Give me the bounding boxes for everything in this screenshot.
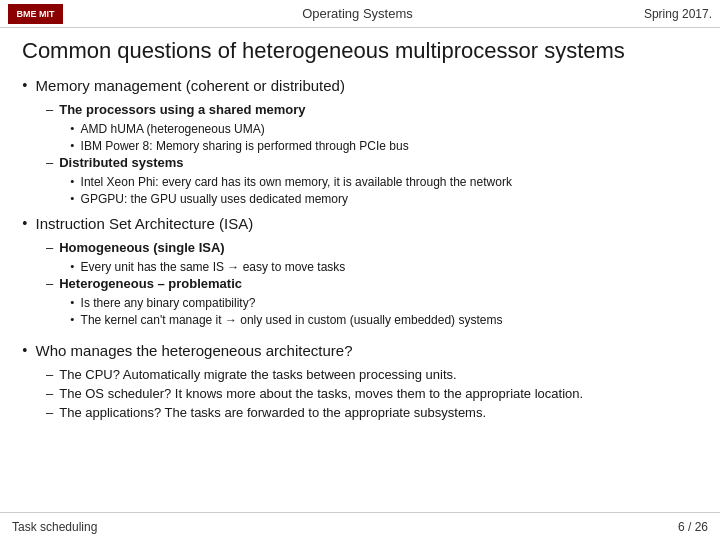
bullet-1-sub-2-item-1-text: Intel Xeon Phi: every card has its own m…: [81, 174, 512, 190]
bullet-2-sub-2-dash: –: [46, 276, 53, 291]
dot-icon: •: [70, 191, 75, 207]
bullet-1: • Memory management (coherent or distrib…: [22, 76, 698, 96]
bullet-1-dot: •: [22, 77, 28, 95]
bullet-1-sub-2-text: Distributed systems: [59, 155, 183, 172]
header-semester: Spring 2017.: [644, 7, 712, 21]
bullet-3-sub-3-dash: –: [46, 405, 53, 420]
bullet-2-sub-1-text: Homogeneous (single ISA): [59, 240, 224, 257]
bullet-3-sub-3: – The applications? The tasks are forwar…: [46, 405, 698, 422]
logo: BME MIT: [8, 4, 63, 24]
bullet-1-sub-1-item-2-text: IBM Power 8: Memory sharing is performed…: [81, 138, 409, 154]
footer-bar: Task scheduling 6 / 26: [0, 512, 720, 540]
bullet-3-text: Who manages the heterogeneous architectu…: [36, 341, 353, 361]
bullet-1-sub-1-dash: –: [46, 102, 53, 117]
dot-icon: •: [70, 121, 75, 137]
bullet-2-sub-2-text: Heterogeneous – problematic: [59, 276, 242, 293]
bullet-1-sub-2-item-1: • Intel Xeon Phi: every card has its own…: [70, 174, 698, 190]
bullet-3-dot: •: [22, 342, 28, 360]
bullet-2-text: Instruction Set Architecture (ISA): [36, 214, 254, 234]
bullet-1-sub-2-item-2-text: GPGPU: the GPU usually uses dedicated me…: [81, 191, 348, 207]
bullet-1-text: Memory management (coherent or distribut…: [36, 76, 345, 96]
dot-icon: •: [70, 295, 75, 311]
bullet-3-sub-1: – The CPU? Automatically migrate the tas…: [46, 367, 698, 384]
slide-content: Common questions of heterogeneous multip…: [0, 28, 720, 512]
bullet-1-sub-2-item-2: • GPGPU: the GPU usually uses dedicated …: [70, 191, 698, 207]
bullet-2-sub-1: – Homogeneous (single ISA): [46, 240, 698, 257]
bullet-3-sub-1-text: The CPU? Automatically migrate the tasks…: [59, 367, 456, 384]
bullet-2-sub-2: – Heterogeneous – problematic: [46, 276, 698, 293]
bullet-2-sub-1-item-1: • Every unit has the same IS → easy to m…: [70, 259, 698, 275]
bullet-2-sub-2-item-2: • The kernel can't manage it → only used…: [70, 312, 698, 328]
bullet-3-sub-2: – The OS scheduler? It knows more about …: [46, 386, 698, 403]
bullet-1-sub-1: – The processors using a shared memory: [46, 102, 698, 119]
bullet-3-sub-1-dash: –: [46, 367, 53, 382]
bullet-1-sub-2: – Distributed systems: [46, 155, 698, 172]
dot-icon: •: [70, 138, 75, 154]
bullet-2: • Instruction Set Architecture (ISA): [22, 214, 698, 234]
dot-icon: •: [70, 174, 75, 190]
bullet-2-sub-1-item-1-text: Every unit has the same IS → easy to mov…: [81, 259, 346, 275]
footer-page-number: 6 / 26: [678, 520, 708, 534]
header-title: Operating Systems: [71, 6, 644, 21]
bullet-1-sub-1-text: The processors using a shared memory: [59, 102, 305, 119]
dot-icon: •: [70, 259, 75, 275]
logo-text: BME MIT: [17, 9, 55, 19]
bullet-1-sub-1-item-2: • IBM Power 8: Memory sharing is perform…: [70, 138, 698, 154]
bullet-3: • Who manages the heterogeneous architec…: [22, 341, 698, 361]
bullet-2-sub-1-dash: –: [46, 240, 53, 255]
footer-section-label: Task scheduling: [12, 520, 97, 534]
bullet-2-dot: •: [22, 215, 28, 233]
bullet-1-sub-1-item-1-text: AMD hUMA (heterogeneous UMA): [81, 121, 265, 137]
bullet-1-sub-1-item-1: • AMD hUMA (heterogeneous UMA): [70, 121, 698, 137]
slide-title: Common questions of heterogeneous multip…: [22, 38, 698, 64]
bullet-3-sub-2-dash: –: [46, 386, 53, 401]
bullet-2-sub-2-item-2-text: The kernel can't manage it → only used i…: [81, 312, 503, 328]
bullet-2-sub-2-item-1: • Is there any binary compatibility?: [70, 295, 698, 311]
header-bar: BME MIT Operating Systems Spring 2017.: [0, 0, 720, 28]
dot-icon: •: [70, 312, 75, 328]
bullet-3-sub-3-text: The applications? The tasks are forwarde…: [59, 405, 486, 422]
bullet-1-sub-2-dash: –: [46, 155, 53, 170]
bullet-3-sub-2-text: The OS scheduler? It knows more about th…: [59, 386, 583, 403]
bullet-2-sub-2-item-1-text: Is there any binary compatibility?: [81, 295, 256, 311]
